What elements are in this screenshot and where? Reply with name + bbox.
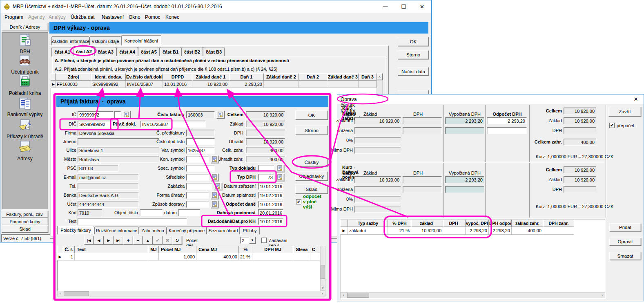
amounts-titlebar[interactable] [337,94,644,104]
zakazka-lookup-button[interactable] [214,182,222,190]
col-ident-dodav[interactable]: Ident. dodav. [91,73,126,81]
maximize-button[interactable]: ☐ [394,0,413,13]
sidebar-item-prikazy-k-uhrade[interactable]: Příkazy k úhradě [2,119,48,139]
s1-0-zaklad-field[interactable] [354,137,401,144]
rates-col-typ[interactable]: Typ sazby [348,220,388,227]
tab-polozky-faktury[interactable]: Položky faktury [57,226,94,234]
cislo-faktury-lookup-button[interactable] [216,111,225,119]
items-vscroll-thumb[interactable] [321,265,325,279]
items-cell-nr[interactable]: 1 [63,253,75,260]
sidebar-item-dph[interactable]: DPH [2,33,48,54]
tab-zakladni-informace[interactable]: Základní informace [51,36,89,46]
items-col-pocet[interactable]: Počet MJ [159,246,196,253]
typ-dokladu-lookup-button[interactable] [276,164,284,172]
typ-dokladu-field[interactable] [258,165,274,172]
close-button[interactable]: ✕ [413,0,431,13]
forma-uhrady-lookup-button[interactable] [211,191,219,199]
cell-dppd[interactable]: 10.01.2016 [163,81,192,88]
tab-prilohy[interactable]: Přílohy [240,227,260,234]
menu-item-pomoc[interactable]: Pomoc [145,14,160,20]
menu-item-udrzba-dat[interactable]: Údržba dat [71,14,95,20]
nav-delete-button[interactable]: − [133,236,143,245]
s2-zaklad-sum-field[interactable]: 10 920,00 [564,176,596,183]
rates-col-vypoc[interactable]: vypoč. DPH [466,220,489,227]
menu-item-analyzy[interactable]: Analýzy [49,14,66,20]
cell-dan3[interactable] [359,81,377,88]
s2-dph-sum-field[interactable] [564,186,596,193]
col-dan-3[interactable]: Daň 3 [359,73,377,81]
celk-zahr-field[interactable]: 400,00 [246,147,285,154]
menu-item-nastaveni[interactable]: Nastavení [102,14,124,20]
ucet-field[interactable]: 4444444444 [78,201,139,208]
col-dppd[interactable]: DPPD [163,73,192,81]
items-col-pct[interactable]: % [239,246,252,253]
ic-suffix-field[interactable] [114,111,121,118]
subtab-cast-a2[interactable]: část A2 [73,46,95,56]
sidebar-item-ucetni-denik[interactable]: Účetní deník [2,54,48,75]
rates-col-dph[interactable]: DPH [443,220,466,227]
invoice-ok-button[interactable]: OK [295,110,328,120]
items-hscroll-thumb[interactable] [64,291,89,296]
storno-button[interactable]: Storno [398,50,429,59]
objednavky-button[interactable]: Objednávky [295,171,328,181]
datum-splatnosti-field[interactable]: 19.02.2016 [258,192,283,199]
cell-dan1[interactable]: 2 293,20 [229,81,264,88]
dph-field[interactable] [246,130,285,137]
items-col-text[interactable]: Text [75,246,148,253]
odpocet-dane-field[interactable]: 10.01.2016 [258,201,283,208]
nav-refresh-button[interactable]: ↻ [172,236,182,245]
datum-zarazeni-field[interactable]: 10.01.2016 [258,183,283,190]
rates-hscroll-thumb[interactable] [347,293,369,298]
col-zdroj[interactable]: Zdroj [56,73,91,81]
nav-add-button[interactable]: + [123,236,133,245]
s1-zakladni-zaklad-field[interactable]: 10 920,00 [354,117,401,124]
email-field[interactable]: mail@mail.cz [78,174,139,181]
kon-symbol-lookup-button[interactable] [211,155,219,163]
rates-cell-zaklad[interactable]: 10 920,00 [411,227,443,235]
menu-item-agendy[interactable]: Agendy [28,14,45,20]
items-cell-sleva[interactable] [293,253,310,260]
sidebar-footer-faktury[interactable]: Faktury, pohl., záv. [2,211,48,218]
castky-button[interactable]: Částky [295,158,328,166]
rates-col-zaklad[interactable]: základ [411,220,443,227]
items-cell-pocet[interactable]: 1,000 [159,253,196,260]
dat-dodani-field[interactable]: 10.01.2016 [258,218,283,225]
rates-hscrollbar[interactable] [341,292,605,298]
opravit-button[interactable]: Opravit [609,238,641,246]
tab-konecny-prijemce[interactable]: Konečný příjemce [167,227,207,234]
subtab-cast-b3[interactable]: část B3 [203,47,225,56]
smazat-button[interactable]: Smazat [609,252,641,260]
nacist-data-button[interactable]: Načíst data [398,67,429,76]
subtab-cast-a5[interactable]: část A5 [138,47,160,56]
ic-lookup-button[interactable] [123,111,131,119]
rates-scroll-right-icon[interactable]: › [599,292,605,298]
items-col-nr[interactable]: Č. ř. [63,246,75,253]
main-titlebar[interactable]: MRP Účetnictví + sklad~1-MRP~Účet. datum… [0,0,431,13]
s2-zakladni-dph-field[interactable] [403,176,442,183]
banka-field[interactable]: Deutsche Bank A.G. [78,192,139,199]
rates-cell-dph[interactable] [443,227,466,235]
cell-zaklad1[interactable]: 10 920,00 [192,81,229,88]
s2-snizena-zaklad-field[interactable] [354,186,401,193]
tab-seznam-uhrad[interactable]: Seznam úhrad [207,227,240,234]
s1-deduction-snizena-field[interactable] [487,127,527,134]
cell-zaklad3[interactable] [327,81,359,88]
tel-field[interactable] [78,183,139,190]
uhradit-field[interactable]: 10 920,00 [246,138,285,145]
col-ev-cislo[interactable]: Ev.číslo daň.dokl. [126,73,163,81]
celkem-field[interactable]: 10 920,00 [246,111,285,118]
zaklad-field[interactable]: 10 920,00 [246,121,285,128]
col-zaklad-dane-3[interactable]: Základ daně 3 [327,73,359,81]
cell-ident[interactable]: SK99999992 [91,81,126,88]
col-zaklad-dane-1[interactable]: Základ daně 1 [192,73,229,81]
rates-cell-typ[interactable]: základní [348,227,388,235]
sklad-button[interactable]: Sklad [295,184,328,194]
rates-col-zaklad-zahr[interactable]: základ zahr. [512,220,543,227]
table-scroll-up-icon[interactable]: ˄ [377,73,383,80]
text-field[interactable] [78,218,187,225]
tab-kontrolni-hlaseni[interactable]: Kontrolní hlášení [121,35,161,46]
s1-celkem-zahr-field[interactable]: 400,00 [564,139,596,146]
zpusob-dopravy-lookup-button[interactable] [211,200,219,208]
sidebar-item-bankovni-vypisy[interactable]: Bankovní výpisy [2,97,48,117]
col-zaklad-dane-2[interactable]: Základ daně 2 [264,73,299,81]
